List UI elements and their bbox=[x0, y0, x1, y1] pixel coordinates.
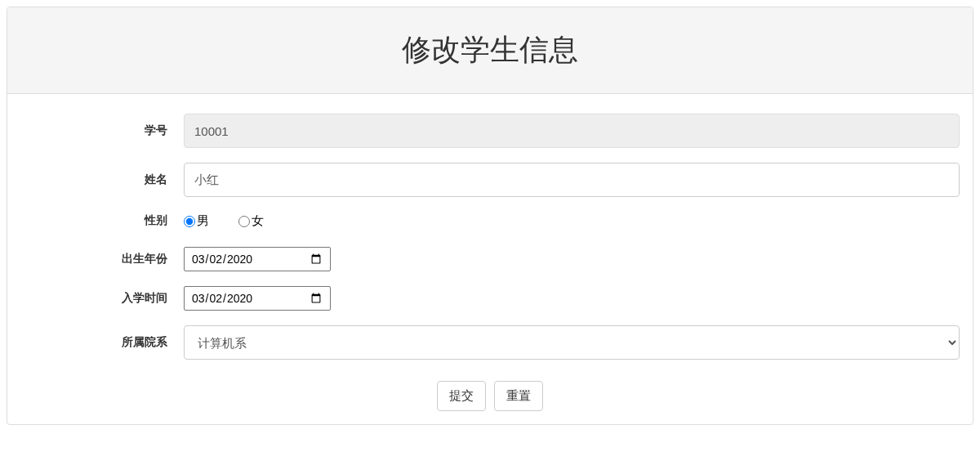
birth-year-row: 出生年份 bbox=[20, 247, 960, 271]
student-id-row: 学号 bbox=[20, 114, 960, 148]
gender-male-item[interactable]: 男 bbox=[184, 213, 209, 229]
enroll-date-input[interactable] bbox=[184, 286, 331, 311]
gender-female-item[interactable]: 女 bbox=[238, 213, 264, 229]
name-row: 姓名 bbox=[20, 163, 960, 197]
page-title: 修改学生信息 bbox=[20, 30, 960, 70]
department-row: 所属院系 计算机系 bbox=[20, 325, 960, 360]
enroll-date-control bbox=[184, 286, 960, 311]
birth-year-input[interactable] bbox=[184, 247, 331, 271]
student-id-label: 学号 bbox=[20, 123, 184, 138]
student-id-control bbox=[184, 114, 960, 148]
gender-female-label: 女 bbox=[252, 213, 264, 229]
birth-year-control bbox=[184, 247, 960, 271]
gender-female-radio[interactable] bbox=[238, 216, 250, 227]
button-row: 提交 重置 bbox=[20, 381, 960, 411]
submit-button[interactable]: 提交 bbox=[437, 381, 486, 411]
reset-button[interactable]: 重置 bbox=[494, 381, 543, 411]
edit-student-panel: 修改学生信息 学号 姓名 性别 男 女 bbox=[7, 7, 973, 425]
name-input[interactable] bbox=[184, 163, 960, 197]
enroll-date-row: 入学时间 bbox=[20, 286, 960, 311]
name-control bbox=[184, 163, 960, 197]
gender-male-radio[interactable] bbox=[184, 216, 195, 227]
panel-header: 修改学生信息 bbox=[7, 7, 973, 94]
gender-label: 性别 bbox=[20, 213, 184, 228]
name-label: 姓名 bbox=[20, 172, 184, 187]
department-label: 所属院系 bbox=[20, 335, 184, 350]
gender-male-label: 男 bbox=[197, 213, 209, 229]
panel-body: 学号 姓名 性别 男 女 bbox=[7, 94, 973, 424]
gender-radio-group: 男 女 bbox=[184, 212, 960, 229]
department-select[interactable]: 计算机系 bbox=[184, 325, 960, 360]
enroll-date-label: 入学时间 bbox=[20, 291, 184, 306]
department-control: 计算机系 bbox=[184, 325, 960, 360]
birth-year-label: 出生年份 bbox=[20, 252, 184, 266]
gender-row: 性别 男 女 bbox=[20, 212, 960, 229]
student-id-input bbox=[184, 114, 960, 148]
